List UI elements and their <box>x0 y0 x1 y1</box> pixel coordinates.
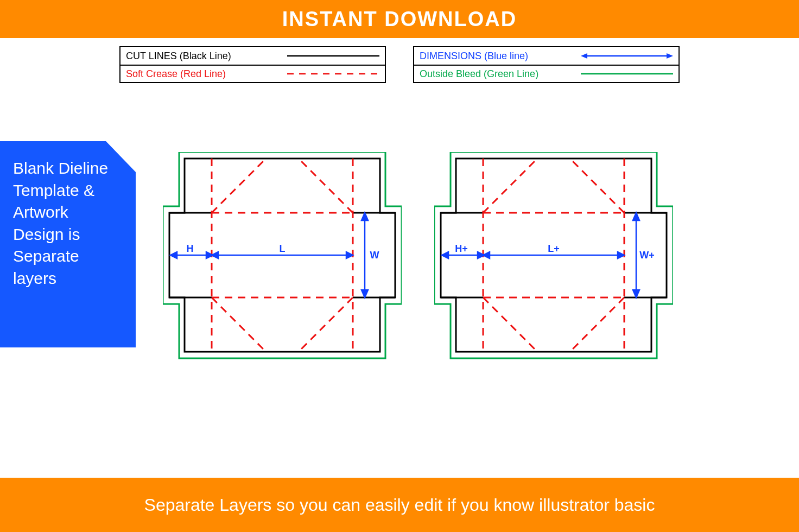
dieline-right: H+ L+ W+ <box>434 152 673 369</box>
top-banner: INSTANT DOWNLOAD <box>0 0 799 38</box>
bottom-banner: Separate Layers so you can easily edit i… <box>0 478 799 532</box>
dim-w-label: W+ <box>639 250 655 261</box>
dim-l-label: L+ <box>548 243 560 254</box>
dim-w-label: W <box>370 250 379 261</box>
bleed-line-icon <box>581 68 673 79</box>
legend-row-crease: Soft Crease (Red Line) <box>121 65 385 82</box>
svg-marker-46 <box>633 213 639 220</box>
cut-line-icon <box>287 50 379 61</box>
legend-row-dim: DIMENSIONS (Blue line) <box>414 47 678 65</box>
svg-line-14 <box>212 159 266 213</box>
svg-line-17 <box>299 297 353 352</box>
legend-label: DIMENSIONS (Blue line) <box>420 50 570 62</box>
svg-marker-23 <box>346 252 353 258</box>
svg-marker-43 <box>483 252 490 258</box>
svg-marker-25 <box>362 213 368 220</box>
svg-marker-26 <box>362 290 368 297</box>
svg-line-38 <box>570 297 624 352</box>
svg-marker-19 <box>170 252 177 258</box>
dim-h-label: H+ <box>455 243 468 254</box>
side-tag-text: Blank Dieline Template & Artwork Design … <box>13 159 108 287</box>
diagrams: H L W H+ <box>163 152 673 369</box>
svg-line-16 <box>212 297 266 352</box>
svg-line-37 <box>483 297 537 352</box>
svg-marker-3 <box>581 53 587 59</box>
dim-h-label: H <box>187 243 194 254</box>
bottom-banner-text: Separate Layers so you can easily edit i… <box>144 494 655 516</box>
svg-line-36 <box>570 159 624 213</box>
svg-marker-47 <box>633 290 639 297</box>
svg-line-35 <box>483 159 537 213</box>
legend-label: CUT LINES (Black Line) <box>126 50 276 62</box>
dieline-left: H L W <box>163 152 402 369</box>
legend: CUT LINES (Black Line) Soft Crease (Red … <box>119 46 680 83</box>
dimension-line-icon <box>581 50 673 61</box>
dim-l-label: L <box>280 243 286 254</box>
svg-marker-40 <box>442 252 448 258</box>
legend-label: Soft Crease (Red Line) <box>126 68 276 80</box>
legend-label: Outside Bleed (Green Line) <box>420 68 570 80</box>
crease-line-icon <box>287 68 379 79</box>
svg-marker-4 <box>667 53 673 59</box>
legend-right: DIMENSIONS (Blue line) Outside Bleed (Gr… <box>413 46 680 83</box>
svg-line-15 <box>299 159 353 213</box>
top-banner-text: INSTANT DOWNLOAD <box>282 8 517 31</box>
legend-row-bleed: Outside Bleed (Green Line) <box>414 65 678 82</box>
legend-left: CUT LINES (Black Line) Soft Crease (Red … <box>119 46 386 83</box>
svg-marker-44 <box>618 252 624 258</box>
side-tag: Blank Dieline Template & Artwork Design … <box>0 141 136 347</box>
svg-marker-22 <box>212 252 218 258</box>
legend-row-cut: CUT LINES (Black Line) <box>121 47 385 65</box>
